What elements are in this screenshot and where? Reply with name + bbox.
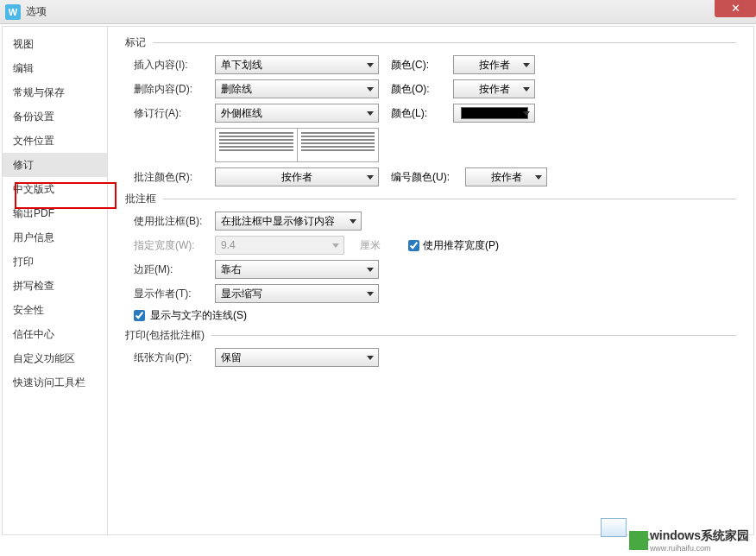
color-swatch-icon (461, 107, 528, 119)
close-button[interactable]: ✕ (715, 0, 756, 17)
insert-select[interactable]: 单下划线 (215, 55, 379, 74)
use-balloons-label: 使用批注框(B): (134, 214, 203, 229)
chevron-down-icon (367, 63, 374, 67)
sidebar-item-quick-access[interactable]: 快速访问工具栏 (3, 370, 107, 395)
insert-color-select[interactable]: 按作者 (453, 55, 535, 74)
number-color-select[interactable]: 按作者 (465, 167, 547, 186)
chevron-down-icon (367, 87, 374, 92)
recommended-width-label: 使用推荐宽度(P) (423, 238, 499, 253)
chevron-down-icon (523, 111, 530, 116)
revision-color-label: 颜色(L): (391, 106, 441, 121)
watermark-logo-icon (629, 531, 648, 550)
revision-color-select[interactable] (453, 104, 535, 123)
group-marks: 标记 (125, 35, 736, 50)
delete-select[interactable]: 删除线 (215, 79, 379, 98)
preview-page-right (298, 129, 379, 161)
sidebar-item-view[interactable]: 视图 (3, 32, 107, 56)
content-panel: 标记 插入内容(I): 单下划线 颜色(C): 按作者 删除内容(D): 删除线… (108, 27, 753, 534)
options-sidebar: 视图 编辑 常规与保存 备份设置 文件位置 修订 中文版式 输出PDF 用户信息… (3, 27, 108, 534)
sidebar-item-user-info[interactable]: 用户信息 (3, 225, 107, 250)
group-print-label: 打印(包括批注框) (125, 328, 205, 343)
sidebar-item-print[interactable]: 打印 (3, 250, 107, 274)
comment-color-select[interactable]: 按作者 (215, 167, 379, 186)
group-marks-label: 标记 (125, 35, 146, 50)
chevron-down-icon (367, 111, 374, 116)
sidebar-item-general-save[interactable]: 常规与保存 (3, 80, 107, 104)
paper-orientation-select[interactable]: 保留 (215, 348, 379, 367)
recommended-width-checkbox[interactable] (408, 240, 419, 251)
watermark-text: windows系统家园 (650, 528, 749, 544)
window-titlebar: W 选项 ✕ (0, 0, 756, 24)
sidebar-item-trust-center[interactable]: 信任中心 (3, 322, 107, 346)
group-balloons-label: 批注框 (125, 192, 156, 206)
chevron-down-icon (367, 175, 374, 180)
sidebar-item-chinese-layout[interactable]: 中文版式 (3, 177, 107, 201)
show-connector-checkbox[interactable] (134, 310, 145, 321)
chevron-down-icon (523, 87, 530, 92)
use-balloons-select[interactable]: 在批注框中显示修订内容 (215, 212, 362, 231)
sidebar-item-customize-ribbon[interactable]: 自定义功能区 (3, 346, 107, 370)
width-unit: 厘米 (360, 238, 381, 253)
show-connector-label: 显示与文字的连线(S) (150, 308, 247, 323)
delete-label: 删除内容(D): (134, 82, 203, 97)
show-author-label: 显示作者(T): (134, 287, 203, 301)
sidebar-item-spellcheck[interactable]: 拼写检查 (3, 274, 107, 298)
sidebar-item-security[interactable]: 安全性 (3, 298, 107, 322)
revision-preview (215, 128, 379, 162)
sidebar-item-output-pdf[interactable]: 输出PDF (3, 201, 107, 225)
margin-label: 边距(M): (134, 262, 203, 277)
comment-color-label: 批注颜色(R): (134, 170, 203, 185)
sidebar-item-file-location[interactable]: 文件位置 (3, 129, 107, 153)
window-title: 选项 (26, 4, 47, 19)
chevron-down-icon (367, 356, 374, 360)
show-author-select[interactable]: 显示缩写 (215, 284, 379, 303)
delete-color-select[interactable]: 按作者 (453, 79, 535, 98)
chevron-down-icon (523, 63, 530, 67)
watermark-subtext: www.ruihaifu.com (650, 544, 749, 553)
spinner-icon (332, 243, 339, 248)
preview-page-left (216, 129, 298, 161)
group-balloons: 批注框 (125, 192, 736, 206)
dialog-button-partial[interactable] (601, 518, 627, 537)
chevron-down-icon (367, 292, 374, 296)
sidebar-item-revision[interactable]: 修订 (3, 153, 107, 177)
revision-line-label: 修订行(A): (134, 106, 203, 121)
width-label: 指定宽度(W): (134, 238, 203, 253)
width-input: 9.4 (215, 236, 344, 255)
watermark: windows系统家园 www.ruihaifu.com (629, 528, 749, 553)
revision-line-select[interactable]: 外侧框线 (215, 104, 379, 123)
delete-color-label: 颜色(O): (391, 82, 441, 97)
sidebar-item-edit[interactable]: 编辑 (3, 56, 107, 80)
group-print: 打印(包括批注框) (125, 328, 736, 343)
app-icon: W (5, 4, 21, 20)
chevron-down-icon (535, 175, 542, 180)
chevron-down-icon (367, 268, 374, 272)
chevron-down-icon (350, 219, 356, 224)
number-color-label: 编号颜色(U): (391, 170, 453, 185)
main-panel: 视图 编辑 常规与保存 备份设置 文件位置 修订 中文版式 输出PDF 用户信息… (2, 26, 754, 535)
margin-select[interactable]: 靠右 (215, 260, 379, 279)
insert-label: 插入内容(I): (134, 58, 203, 73)
sidebar-item-backup[interactable]: 备份设置 (3, 104, 107, 129)
insert-color-label: 颜色(C): (391, 58, 441, 73)
paper-orientation-label: 纸张方向(P): (134, 351, 203, 365)
